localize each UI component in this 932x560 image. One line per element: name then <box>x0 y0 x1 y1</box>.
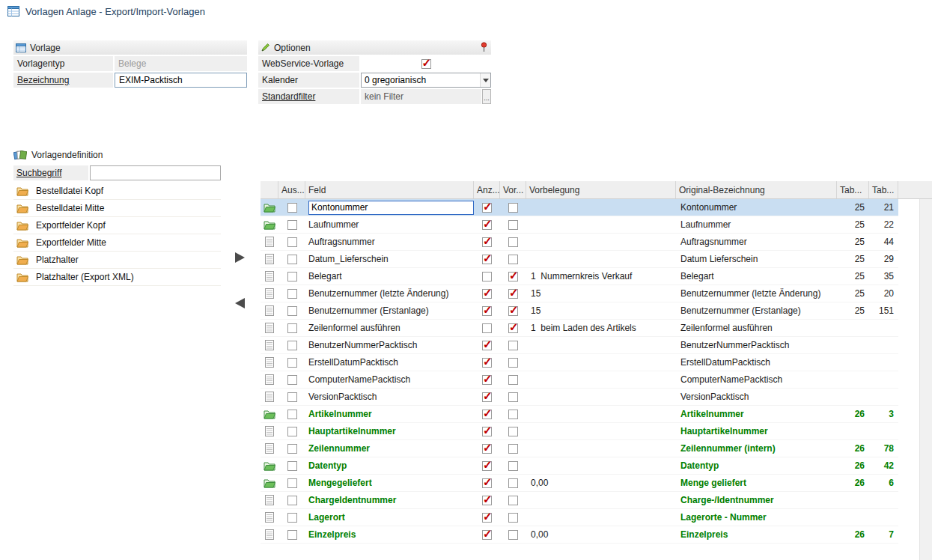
anz-checkbox[interactable] <box>482 444 492 454</box>
table-row[interactable]: Einzelpreis 0,00 Einzelpreis 26 7 <box>261 526 898 544</box>
aus-checkbox[interactable] <box>287 392 297 402</box>
table-row[interactable]: VersionPacktisch VersionPacktisch <box>261 389 898 406</box>
suchbegriff-input[interactable] <box>90 165 221 180</box>
vor-checkbox[interactable] <box>508 237 518 247</box>
aus-checkbox[interactable] <box>287 478 297 488</box>
vor-checkbox[interactable] <box>508 306 518 316</box>
header-vor[interactable]: Vor... <box>500 181 526 198</box>
category-item-6[interactable]: Platzhalter (Export XML) <box>13 269 221 286</box>
anz-checkbox[interactable] <box>482 272 492 281</box>
vor-checkbox[interactable] <box>508 358 518 368</box>
anz-checkbox[interactable] <box>482 427 492 436</box>
vor-checkbox[interactable] <box>508 323 518 333</box>
header-tab1[interactable]: Tab... <box>837 181 869 198</box>
table-row[interactable]: Benutzernummer (Erstanlage) 15 Benutzern… <box>261 302 898 320</box>
vor-checkbox[interactable] <box>508 255 518 264</box>
anz-checkbox[interactable] <box>482 255 492 264</box>
aus-checkbox[interactable] <box>287 289 297 299</box>
header-feld[interactable]: Feld <box>305 181 474 198</box>
vor-checkbox[interactable] <box>508 496 518 505</box>
table-row[interactable]: Zeilennummer Zeilennummer (intern) 26 78 <box>261 440 898 457</box>
bezeichnung-input[interactable]: EXIM-Packtisch <box>115 73 247 88</box>
anz-checkbox[interactable] <box>482 478 492 488</box>
standardfilter-browse-button[interactable]: ... <box>482 89 491 104</box>
bezeichnung-label[interactable]: Bezeichnung <box>13 73 113 88</box>
aus-checkbox[interactable] <box>287 410 297 419</box>
anz-checkbox[interactable] <box>482 289 492 299</box>
table-row[interactable]: BenutzerNummerPacktisch BenutzerNummerPa… <box>261 337 898 354</box>
anz-checkbox[interactable] <box>482 392 492 402</box>
anz-checkbox[interactable] <box>482 410 492 419</box>
webservice-checkbox[interactable] <box>421 59 431 69</box>
aus-checkbox[interactable] <box>287 513 297 523</box>
category-item-4[interactable]: Exportfelder Mitte <box>13 234 221 252</box>
anz-checkbox[interactable] <box>482 323 492 333</box>
vor-checkbox[interactable] <box>508 444 518 454</box>
header-tab2[interactable]: Tab... <box>869 181 898 198</box>
anz-checkbox[interactable] <box>482 203 492 213</box>
category-item-3[interactable]: Exportfelder Kopf <box>13 217 221 234</box>
aus-checkbox[interactable] <box>287 444 297 454</box>
header-anz[interactable]: Anz... <box>474 181 500 198</box>
vor-checkbox[interactable] <box>508 530 518 540</box>
aus-checkbox[interactable] <box>287 255 297 264</box>
category-item-2[interactable]: Bestelldatei Mitte <box>13 200 221 217</box>
header-aus[interactable]: Aus... <box>278 181 305 198</box>
vor-checkbox[interactable] <box>508 289 518 299</box>
anz-checkbox[interactable] <box>482 306 492 316</box>
aus-checkbox[interactable] <box>287 375 297 385</box>
anz-checkbox[interactable] <box>482 375 492 385</box>
anz-checkbox[interactable] <box>482 496 492 505</box>
vor-checkbox[interactable] <box>508 375 518 385</box>
vor-checkbox[interactable] <box>508 220 518 230</box>
table-row[interactable]: ComputerNamePacktisch ComputerNamePackti… <box>261 371 898 389</box>
aus-checkbox[interactable] <box>287 203 297 213</box>
table-row[interactable]: ErstellDatumPacktisch ErstellDatumPackti… <box>261 354 898 371</box>
anz-checkbox[interactable] <box>482 461 492 471</box>
aus-checkbox[interactable] <box>287 461 297 471</box>
vertical-scrollbar[interactable] <box>919 199 932 560</box>
vor-checkbox[interactable] <box>508 341 518 350</box>
aus-checkbox[interactable] <box>287 496 297 505</box>
vor-checkbox[interactable] <box>508 427 518 436</box>
table-row[interactable]: Auftragsnummer Auftragsnummer 25 44 <box>261 234 898 251</box>
aus-checkbox[interactable] <box>287 341 297 350</box>
move-right-button[interactable] <box>231 250 249 265</box>
suchbegriff-label[interactable]: Suchbegriff <box>13 165 88 180</box>
aus-checkbox[interactable] <box>287 272 297 281</box>
category-item-1[interactable]: Bestelldatei Kopf <box>13 183 221 200</box>
table-row[interactable]: Belegart 1 Nummernkreis Verkauf Belegart… <box>261 268 898 285</box>
vor-checkbox[interactable] <box>508 203 518 213</box>
table-row[interactable]: Mengegeliefert 0,00 Menge geliefert 26 6 <box>261 475 898 492</box>
aus-checkbox[interactable] <box>287 220 297 230</box>
vor-checkbox[interactable] <box>508 392 518 402</box>
vor-checkbox[interactable] <box>508 272 518 281</box>
table-row[interactable]: Kontonummer Kontonummer 25 21 <box>261 199 898 216</box>
aus-checkbox[interactable] <box>287 237 297 247</box>
anz-checkbox[interactable] <box>482 530 492 540</box>
feld-edit-input[interactable]: Kontonummer <box>308 201 474 215</box>
anz-checkbox[interactable] <box>482 513 492 523</box>
table-row[interactable]: ChargeIdentnummer Charge-/Identnummer <box>261 492 898 509</box>
aus-checkbox[interactable] <box>287 323 297 333</box>
table-row[interactable]: Artikelnummer Artikelnummer 26 3 <box>261 406 898 423</box>
table-row[interactable]: Hauptartikelnummer Hauptartikelnummer <box>261 423 898 440</box>
anz-checkbox[interactable] <box>482 341 492 350</box>
aus-checkbox[interactable] <box>287 427 297 436</box>
aus-checkbox[interactable] <box>287 358 297 368</box>
aus-checkbox[interactable] <box>287 306 297 316</box>
table-row[interactable]: Lagerort Lagerorte - Nummer <box>261 509 898 526</box>
pin-icon[interactable] <box>480 42 488 52</box>
kalender-dropdown[interactable]: 0 gregorianisch <box>361 73 491 88</box>
anz-checkbox[interactable] <box>482 220 492 230</box>
anz-checkbox[interactable] <box>482 358 492 368</box>
anz-checkbox[interactable] <box>482 237 492 247</box>
table-row[interactable]: Datentyp Datentyp 26 42 <box>261 457 898 475</box>
kalender-dropdown-button[interactable] <box>480 73 490 87</box>
category-item-5[interactable]: Platzhalter <box>13 252 221 269</box>
aus-checkbox[interactable] <box>287 530 297 540</box>
vor-checkbox[interactable] <box>508 478 518 488</box>
header-original-bezeichnung[interactable]: Original-Bezeichnung <box>676 181 837 198</box>
move-left-button[interactable] <box>231 296 249 311</box>
vor-checkbox[interactable] <box>508 513 518 523</box>
